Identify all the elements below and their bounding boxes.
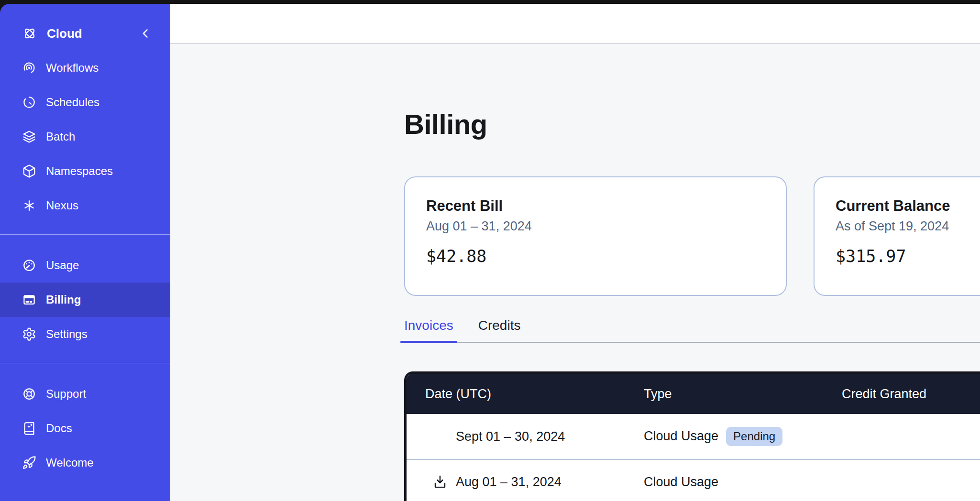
temporal-logo-icon — [22, 26, 37, 41]
sidebar-item-label: Billing — [46, 293, 81, 306]
sidebar-group-account: Usage Billing — [0, 234, 170, 351]
sidebar-item-billing[interactable]: Billing — [0, 283, 170, 317]
nexus-icon — [22, 198, 36, 213]
sidebar-item-label: Nexus — [46, 199, 78, 212]
sidebar: Cloud Workflows — [0, 4, 170, 501]
invoice-type: Cloud Usage — [644, 429, 718, 444]
sidebar-item-schedules[interactable]: Schedules — [0, 85, 170, 120]
type-cell: Cloud Usage Pending — [634, 427, 832, 447]
sidebar-group-help: Support Docs — [0, 363, 170, 480]
date-cell: Aug 01 – 31, 2024 — [407, 474, 634, 490]
card-subtitle: Aug 01 – 31, 2024 — [426, 219, 765, 234]
table-row[interactable]: Sept 01 – 30, 2024 Cloud Usage Pending — [407, 414, 980, 459]
card-subtitle: As of Sept 19, 2024 — [836, 219, 980, 234]
topbar — [170, 4, 980, 44]
download-invoice-icon[interactable] — [431, 474, 449, 490]
table-row[interactable]: Aug 01 – 31, 2024 Cloud Usage — [407, 459, 980, 501]
sidebar-item-label: Support — [46, 387, 86, 401]
usage-icon — [22, 258, 36, 272]
sidebar-item-workflows[interactable]: Workflows — [0, 51, 170, 85]
sidebar-item-label: Workflows — [46, 61, 99, 75]
invoice-type: Cloud Usage — [644, 475, 718, 490]
billing-page: Billing Recent Bill Aug 01 – 31, 2024 $4… — [170, 44, 980, 501]
date-cell: Sept 01 – 30, 2024 — [407, 429, 634, 444]
billing-tabs: Invoices Credits — [404, 318, 980, 343]
sidebar-item-label: Batch — [46, 130, 75, 143]
settings-icon — [22, 327, 36, 341]
welcome-icon — [22, 456, 36, 470]
sidebar-item-namespaces[interactable]: Namespaces — [0, 154, 170, 188]
card-amount: $42.88 — [426, 247, 765, 266]
sidebar-item-label: Schedules — [46, 96, 99, 109]
namespaces-icon — [22, 164, 36, 178]
schedules-icon — [22, 95, 36, 109]
summary-cards: Recent Bill Aug 01 – 31, 2024 $42.88 Cur… — [404, 176, 980, 296]
chevron-left-icon[interactable] — [139, 27, 152, 40]
sidebar-item-nexus[interactable]: Nexus — [0, 188, 170, 223]
sidebar-item-label: Welcome — [46, 456, 94, 469]
sidebar-item-support[interactable]: Support — [0, 377, 170, 411]
recent-bill-card: Recent Bill Aug 01 – 31, 2024 $42.88 — [404, 176, 787, 296]
sidebar-item-label: Namespaces — [46, 164, 113, 178]
invoice-date: Aug 01 – 31, 2024 — [456, 475, 562, 490]
column-header-type: Type — [634, 387, 832, 402]
column-header-credit-granted: Credit Granted — [832, 387, 980, 402]
current-balance-card: Current Balance As of Sept 19, 2024 $315… — [814, 176, 980, 296]
app-window: Cloud Workflows — [0, 4, 980, 501]
sidebar-item-usage[interactable]: Usage — [0, 248, 170, 283]
sidebar-item-batch[interactable]: Batch — [0, 120, 170, 154]
type-cell: Cloud Usage — [634, 475, 832, 490]
support-icon — [22, 387, 36, 401]
workflows-icon — [22, 61, 36, 75]
status-badge: Pending — [726, 427, 782, 447]
invoices-table: Date (UTC) Type Credit Granted Sept 01 –… — [404, 371, 980, 501]
card-title: Recent Bill — [426, 197, 765, 215]
card-title: Current Balance — [836, 197, 980, 215]
page-title: Billing — [404, 108, 980, 140]
sidebar-item-settings[interactable]: Settings — [0, 317, 170, 351]
billing-icon — [22, 293, 36, 307]
column-header-date: Date (UTC) — [407, 387, 634, 402]
main-area: Billing Recent Bill Aug 01 – 31, 2024 $4… — [170, 4, 980, 501]
sidebar-group-namespace: Workflows Schedules — [0, 51, 170, 223]
tab-credits[interactable]: Credits — [478, 318, 521, 343]
tab-invoices[interactable]: Invoices — [404, 318, 453, 343]
docs-icon — [22, 421, 36, 436]
card-amount: $315.97 — [836, 247, 980, 266]
brand-label: Cloud — [47, 26, 82, 41]
sidebar-item-label: Usage — [46, 259, 79, 272]
batch-icon — [22, 130, 36, 144]
sidebar-item-label: Settings — [46, 327, 88, 341]
sidebar-item-label: Docs — [46, 422, 72, 435]
invoice-date: Sept 01 – 30, 2024 — [456, 429, 565, 444]
sidebar-item-welcome[interactable]: Welcome — [0, 446, 170, 480]
table-header: Date (UTC) Type Credit Granted — [407, 374, 980, 414]
sidebar-header: Cloud — [0, 16, 170, 51]
sidebar-item-docs[interactable]: Docs — [0, 411, 170, 446]
